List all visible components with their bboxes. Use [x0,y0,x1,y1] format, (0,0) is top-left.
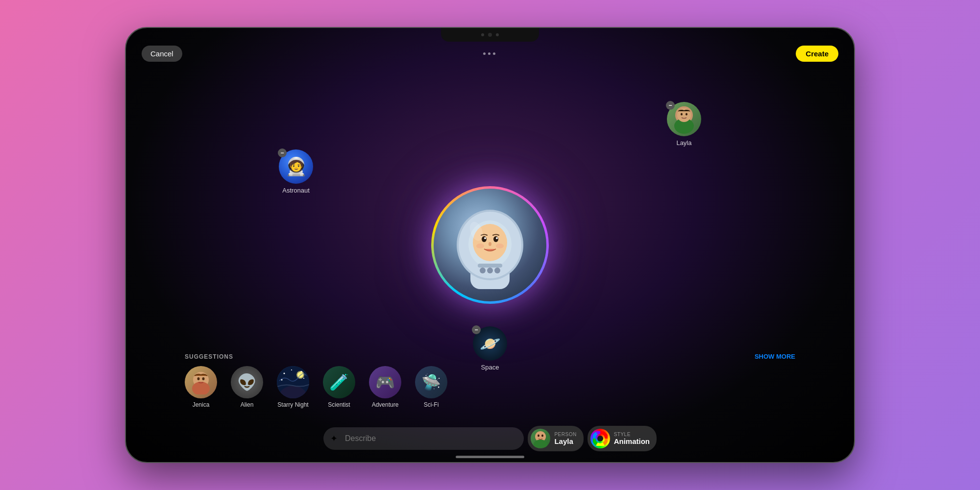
svg-point-19 [480,268,486,273]
suggestion-scientist[interactable]: 🧪 Scientist [323,366,355,408]
starry-night-svg [277,366,309,398]
screen: Cancel Create − 🧑‍🚀 Astronaut − [126,28,854,462]
home-indicator [456,456,524,458]
dot-1 [483,52,486,55]
alien-icon: 👽 [231,366,263,398]
style-pill-text: STYLE Animation [614,432,650,445]
suggestions-title: SUGGESTIONS [185,353,233,360]
person-pill-label: PERSON [554,432,576,437]
center-avatar-inner [434,189,546,301]
svg-point-3 [681,113,683,115]
style-pill-label: STYLE [614,432,650,437]
remove-badge-space[interactable]: − [472,325,481,334]
svg-point-13 [496,237,498,239]
suggestion-scifi[interactable]: 🛸 Sci-Fi [415,366,447,408]
svg-point-25 [202,377,205,380]
device-frame: Cancel Create − 🧑‍🚀 Astronaut − [125,27,855,463]
svg-point-14 [489,242,491,246]
suggestions-header: SUGGESTIONS SHOW MORE [185,353,795,360]
starry-night-label: Starry Night [277,401,308,408]
jenica-icon [185,366,217,398]
svg-point-11 [493,236,498,242]
suggestion-alien[interactable]: 👽 Alien [231,366,263,408]
floating-layla[interactable]: − Layla [667,102,701,147]
svg-point-10 [482,236,487,242]
top-bar: Cancel Create [126,46,854,62]
describe-wrapper: ✦ [323,427,524,450]
camera-lens [488,33,492,37]
remove-badge-layla[interactable]: − [666,101,675,110]
jenica-face-svg [189,370,213,394]
suggestion-jenica[interactable]: Jenica [185,366,217,408]
svg-point-15 [476,244,484,248]
svg-point-21 [494,268,500,273]
layla-face-svg [669,104,699,134]
svg-point-24 [197,377,200,380]
jenica-label: Jenica [193,401,210,408]
dot-2 [488,52,490,55]
svg-point-12 [484,237,486,239]
svg-point-38 [541,435,543,437]
svg-point-29 [291,369,292,370]
suggestion-starry-night[interactable]: Starry Night [277,366,309,408]
scientist-icon: 🧪 [323,366,355,398]
center-avatar-ring [431,186,549,304]
svg-point-40 [597,436,603,441]
astronaut-label: Astronaut [282,187,310,194]
astronaut-character-svg [441,191,539,299]
remove-badge-astronaut[interactable]: − [278,148,287,157]
dots-indicator [483,52,495,55]
scifi-label: Sci-Fi [424,401,439,408]
svg-point-31 [303,378,304,379]
layla-label: Layla [676,139,691,147]
dot-3 [493,52,495,55]
svg-point-16 [496,244,504,248]
adventure-label: Adventure [372,401,399,408]
style-pill[interactable]: STYLE Animation [588,426,657,451]
svg-rect-18 [478,264,502,268]
camera-bar [441,28,539,42]
person-pill-face-svg [532,430,549,447]
svg-point-37 [538,435,539,437]
person-pill-name: Layla [554,437,576,445]
adventure-icon: 🎮 [369,366,401,398]
color-wheel-svg [593,431,608,446]
suggestions-bar: SUGGESTIONS SHOW MORE [126,353,854,408]
style-pill-name: Animation [614,437,650,445]
svg-point-28 [284,373,285,374]
floating-astronaut[interactable]: − 🧑‍🚀 Astronaut [279,149,313,194]
suggestion-adventure[interactable]: 🎮 Adventure [369,366,401,408]
scientist-label: Scientist [328,401,350,408]
bottom-toolbar: ✦ PERSON Layla [323,426,657,451]
cancel-button[interactable]: Cancel [142,46,182,62]
svg-point-4 [686,113,687,115]
person-pill-avatar [531,429,550,448]
suggestions-list: Jenica 👽 Alien [185,366,795,408]
show-more-button[interactable]: SHOW MORE [755,353,795,360]
camera-dot [481,33,484,36]
starry-night-icon [277,366,309,398]
magic-wand-icon: ✦ [330,433,338,444]
camera-dot-2 [496,33,499,36]
svg-point-20 [487,268,493,273]
person-pill-text: PERSON Layla [554,432,576,445]
create-button[interactable]: Create [796,46,838,62]
scifi-icon: 🛸 [415,366,447,398]
alien-label: Alien [241,401,254,408]
person-pill[interactable]: PERSON Layla [528,426,583,451]
center-avatar-container [431,186,549,304]
style-color-wheel-icon [590,429,610,448]
svg-point-36 [534,440,547,447]
describe-input[interactable] [323,427,524,450]
